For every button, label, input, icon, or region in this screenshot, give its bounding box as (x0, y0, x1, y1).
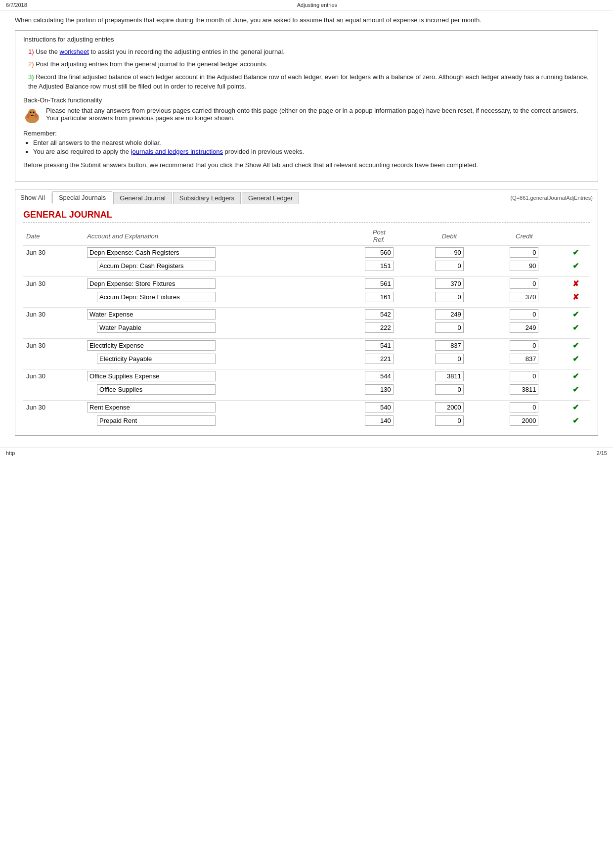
entry-post-ref[interactable] (346, 338, 412, 352)
entry-credit[interactable] (487, 246, 562, 260)
entry-debit[interactable] (412, 246, 487, 260)
debit-input[interactable] (435, 340, 464, 351)
tab-general-ledger[interactable]: General Ledger (242, 192, 299, 204)
journals-link[interactable]: journals and ledgers instructions (131, 148, 223, 155)
entry-account[interactable] (84, 321, 346, 334)
tab-show-all[interactable]: Show All (15, 192, 50, 203)
entry-debit[interactable] (412, 308, 487, 321)
debit-input[interactable] (435, 371, 464, 381)
entry-post-ref[interactable] (346, 308, 412, 321)
entry-account[interactable] (84, 400, 346, 414)
account-input[interactable] (87, 340, 216, 351)
entry-credit[interactable] (487, 259, 562, 273)
account-input[interactable] (97, 354, 216, 364)
post-ref-input[interactable] (365, 278, 394, 289)
post-ref-input[interactable] (365, 384, 394, 395)
credit-input[interactable] (510, 384, 538, 395)
entry-credit[interactable] (487, 369, 562, 383)
entry-debit[interactable] (412, 400, 487, 414)
account-input[interactable] (97, 261, 216, 271)
worksheet-link[interactable]: worksheet (60, 48, 89, 55)
post-ref-input[interactable] (365, 261, 394, 271)
tab-subsidiary-ledgers[interactable]: Subsidiary Ledgers (173, 192, 241, 204)
entry-account[interactable] (84, 308, 346, 321)
entry-account[interactable] (84, 369, 346, 383)
entry-debit[interactable] (412, 259, 487, 273)
entry-account[interactable] (84, 246, 346, 260)
debit-input[interactable] (435, 309, 464, 320)
account-input[interactable] (97, 415, 216, 426)
debit-input[interactable] (435, 415, 464, 426)
post-ref-input[interactable] (365, 322, 394, 333)
entry-debit[interactable] (412, 414, 487, 427)
credit-input[interactable] (510, 402, 538, 412)
entry-debit[interactable] (412, 321, 487, 334)
entry-post-ref[interactable] (346, 246, 412, 260)
entry-post-ref[interactable] (346, 352, 412, 365)
tab-general-journal[interactable]: General Journal (113, 192, 172, 204)
entry-credit[interactable] (487, 276, 562, 290)
credit-input[interactable] (510, 371, 538, 381)
entry-credit[interactable] (487, 290, 562, 304)
post-ref-input[interactable] (365, 354, 394, 364)
entry-post-ref[interactable] (346, 321, 412, 334)
account-input[interactable] (87, 309, 216, 320)
debit-input[interactable] (435, 402, 464, 412)
credit-input[interactable] (510, 278, 538, 289)
post-ref-input[interactable] (365, 371, 394, 381)
entry-credit[interactable] (487, 321, 562, 334)
entry-debit[interactable] (412, 383, 487, 396)
credit-input[interactable] (510, 309, 538, 320)
entry-post-ref[interactable] (346, 400, 412, 414)
entry-credit[interactable] (487, 400, 562, 414)
post-ref-input[interactable] (365, 415, 394, 426)
post-ref-input[interactable] (365, 309, 394, 320)
entry-credit[interactable] (487, 352, 562, 365)
entry-account[interactable] (84, 352, 346, 365)
entry-credit[interactable] (487, 414, 562, 427)
entry-debit[interactable] (412, 290, 487, 304)
debit-input[interactable] (435, 247, 464, 258)
entry-post-ref[interactable] (346, 369, 412, 383)
credit-input[interactable] (510, 247, 538, 258)
credit-input[interactable] (510, 322, 538, 333)
entry-debit[interactable] (412, 369, 487, 383)
entry-credit[interactable] (487, 383, 562, 396)
credit-input[interactable] (510, 354, 538, 364)
entry-post-ref[interactable] (346, 259, 412, 273)
credit-input[interactable] (510, 340, 538, 351)
post-ref-input[interactable] (365, 402, 394, 412)
debit-input[interactable] (435, 261, 464, 271)
account-input[interactable] (87, 402, 216, 412)
account-input[interactable] (87, 278, 216, 289)
post-ref-input[interactable] (365, 340, 394, 351)
debit-input[interactable] (435, 354, 464, 364)
entry-account[interactable] (84, 290, 346, 304)
debit-input[interactable] (435, 384, 464, 395)
credit-input[interactable] (510, 292, 538, 302)
debit-input[interactable] (435, 278, 464, 289)
entry-debit[interactable] (412, 352, 487, 365)
entry-credit[interactable] (487, 338, 562, 352)
post-ref-input[interactable] (365, 247, 394, 258)
entry-debit[interactable] (412, 338, 487, 352)
entry-account[interactable] (84, 276, 346, 290)
entry-credit[interactable] (487, 308, 562, 321)
account-input[interactable] (87, 371, 216, 381)
entry-account[interactable] (84, 414, 346, 427)
account-input[interactable] (97, 384, 216, 395)
entry-account[interactable] (84, 259, 346, 273)
post-ref-input[interactable] (365, 292, 394, 302)
account-input[interactable] (97, 322, 216, 333)
entry-post-ref[interactable] (346, 276, 412, 290)
account-input[interactable] (87, 247, 216, 258)
entry-post-ref[interactable] (346, 383, 412, 396)
entry-post-ref[interactable] (346, 414, 412, 427)
entry-debit[interactable] (412, 276, 487, 290)
entry-post-ref[interactable] (346, 290, 412, 304)
tab-special-journals[interactable]: Special Journals (52, 191, 112, 204)
credit-input[interactable] (510, 415, 538, 426)
debit-input[interactable] (435, 292, 464, 302)
credit-input[interactable] (510, 261, 538, 271)
entry-account[interactable] (84, 383, 346, 396)
